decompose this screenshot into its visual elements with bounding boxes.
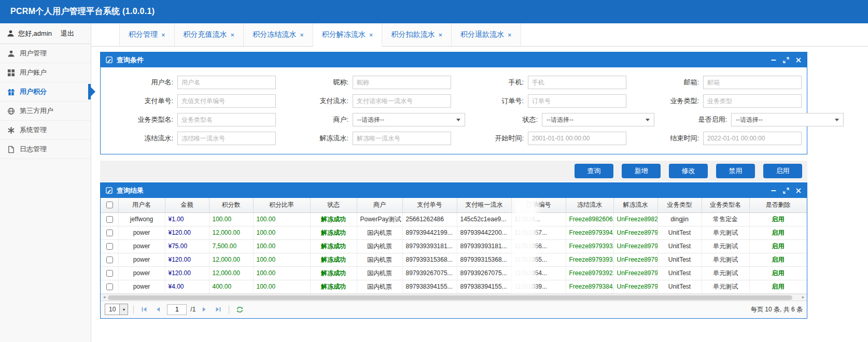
tab-label: 积分扣款流水 <box>391 30 435 39</box>
column-header[interactable]: 业务类型 <box>657 198 702 212</box>
sidebar-item-label: 用户账户 <box>20 68 47 77</box>
tab-close-icon[interactable]: × <box>438 32 442 38</box>
close-icon[interactable] <box>795 57 802 63</box>
table-row[interactable]: power¥120.0012,000.00100.00解冻成功国内机票89793… <box>101 253 807 266</box>
tab-points-deduct-flow[interactable]: 积分扣款流水 × <box>382 23 452 47</box>
tab-close-icon[interactable]: × <box>369 32 373 38</box>
tab-close-icon[interactable]: × <box>161 32 165 38</box>
start-time-input[interactable] <box>528 132 626 145</box>
row-checkbox[interactable] <box>106 230 113 236</box>
table-row[interactable]: power¥120.0012,000.00100.00解冻成功国内机票89793… <box>101 226 807 239</box>
sidebar-item-third-party-users[interactable]: 第三方用户 <box>0 102 91 121</box>
email-input[interactable] <box>703 76 802 89</box>
end-time-input[interactable] <box>703 132 802 145</box>
tab-points-recharge-flow[interactable]: 积分充值流水 × <box>175 23 244 47</box>
sidebar-item-system-management[interactable]: 系统管理 <box>0 121 91 140</box>
cell: 897939442200... <box>457 226 511 239</box>
table-row[interactable]: power¥120.0012,000.00100.00解冻成功国内机票89793… <box>101 266 807 280</box>
sidebar-item-user-management[interactable]: 用户管理 <box>0 44 91 63</box>
column-header[interactable]: 商户 <box>357 198 402 212</box>
column-header[interactable]: 解冻流水 <box>613 198 657 212</box>
cell: 解冻成功 <box>310 280 357 293</box>
row-checkbox[interactable] <box>106 256 113 263</box>
page-number-input[interactable] <box>167 304 187 315</box>
business-type-input[interactable] <box>703 94 802 108</box>
tab-close-icon[interactable]: × <box>231 32 235 38</box>
unfreeze-flow-input[interactable] <box>353 132 451 145</box>
pay-flow-no-input[interactable] <box>353 94 451 108</box>
sidebar-item-log-management[interactable]: 日志管理 <box>0 140 91 159</box>
table-row[interactable]: jeffwong¥1.00100.00100.00解冻成功PowerPay测试2… <box>101 212 807 226</box>
column-header[interactable]: 冻结流水 <box>566 198 613 212</box>
enabled-select[interactable]: --请选择-- <box>731 113 844 126</box>
tab-label: 积分管理 <box>129 30 158 39</box>
tab-close-icon[interactable]: × <box>508 32 512 38</box>
order-no-input[interactable] <box>528 94 626 108</box>
tab-close-icon[interactable]: × <box>300 32 304 38</box>
row-checkbox[interactable] <box>106 216 113 223</box>
disable-button[interactable]: 禁用 <box>716 164 755 178</box>
logout-link[interactable]: 退出 <box>61 29 74 38</box>
tab-points-management[interactable]: 积分管理 × <box>119 23 175 47</box>
select-all-checkbox[interactable] <box>106 202 113 208</box>
expand-icon[interactable] <box>783 188 789 194</box>
column-header[interactable]: 状态 <box>310 198 357 212</box>
row-checkbox[interactable] <box>106 283 113 290</box>
field-business-type: 业务类型: <box>626 94 802 108</box>
row-checkbox[interactable] <box>106 270 113 277</box>
minimize-icon[interactable] <box>771 188 777 194</box>
username-input[interactable] <box>177 76 276 89</box>
scroll-left-icon[interactable]: ◂ <box>101 294 108 301</box>
last-page-icon[interactable] <box>213 304 223 315</box>
minimize-icon[interactable] <box>771 57 777 63</box>
table-row[interactable]: power¥75.007,500.00100.00解冻成功国内机票8979393… <box>101 239 807 253</box>
nickname-input[interactable] <box>353 76 451 89</box>
freeze-flow-input[interactable] <box>177 132 276 145</box>
column-header[interactable]: 订单编号 <box>511 198 566 212</box>
add-button[interactable]: 新增 <box>622 164 661 178</box>
column-header[interactable]: 是否删除 <box>749 198 807 212</box>
expand-icon[interactable] <box>783 57 789 63</box>
first-page-icon[interactable] <box>139 304 149 315</box>
status-select[interactable]: --请选择-- <box>542 113 654 126</box>
sidebar-item-user-points[interactable]: 用户积分 <box>0 82 91 102</box>
page-size-value: 10 <box>105 306 119 313</box>
enable-button[interactable]: 启用 <box>763 164 802 178</box>
column-header[interactable]: 金额 <box>165 198 209 212</box>
table-row[interactable]: power¥4.00400.00100.00解冻成功国内机票8979383941… <box>101 280 807 293</box>
sidebar-item-user-account[interactable]: 用户账户 <box>0 63 91 82</box>
refresh-icon[interactable] <box>234 304 245 315</box>
pay-order-no-input[interactable] <box>177 94 276 108</box>
scrollbar-thumb[interactable] <box>108 295 792 300</box>
row-checkbox[interactable] <box>106 243 113 250</box>
edit-button[interactable]: 修改 <box>669 164 708 178</box>
cell: 常售定金 <box>702 212 749 226</box>
column-header[interactable]: 业务类型名 <box>702 198 749 212</box>
phone-input[interactable] <box>528 76 626 89</box>
page-size-select[interactable]: 10 ▼ <box>105 304 128 315</box>
cell: 国内机票 <box>357 253 402 266</box>
prev-page-icon[interactable] <box>153 304 163 315</box>
search-button[interactable]: 查询 <box>575 164 613 178</box>
column-header[interactable]: 支付唯一流水 <box>457 198 511 212</box>
merchant-select[interactable]: --请选择-- <box>353 113 465 126</box>
column-header[interactable]: 支付单号 <box>402 198 457 212</box>
next-page-icon[interactable] <box>199 304 209 315</box>
cell: UnFreeze8979... <box>613 280 657 293</box>
cell: ¥4.00 <box>165 280 209 293</box>
scroll-right-icon[interactable]: ▸ <box>800 294 807 301</box>
main-area: 积分管理 × 积分充值流水 × 积分冻结流水 × 积分解冻流水 × 积分扣款流水… <box>91 23 868 342</box>
grid-icon <box>7 69 15 77</box>
tab-points-unfreeze-flow[interactable]: 积分解冻流水 × <box>313 23 383 47</box>
cell: 启用 <box>749 266 807 280</box>
horizontal-scrollbar[interactable]: ◂ ▸ <box>101 294 807 301</box>
column-header[interactable]: 积分数 <box>209 198 253 212</box>
business-type-name-input[interactable] <box>177 113 276 126</box>
tab-points-refund-flow[interactable]: 积分退款流水 × <box>452 23 521 47</box>
column-header[interactable]: 用户名 <box>118 198 165 212</box>
cell: 解冻成功 <box>310 239 357 253</box>
tab-points-freeze-flow[interactable]: 积分冻结流水 × <box>244 23 313 47</box>
close-icon[interactable] <box>795 188 802 194</box>
cell: 单元测试 <box>702 253 749 266</box>
column-header[interactable]: 积分比率 <box>253 198 310 212</box>
